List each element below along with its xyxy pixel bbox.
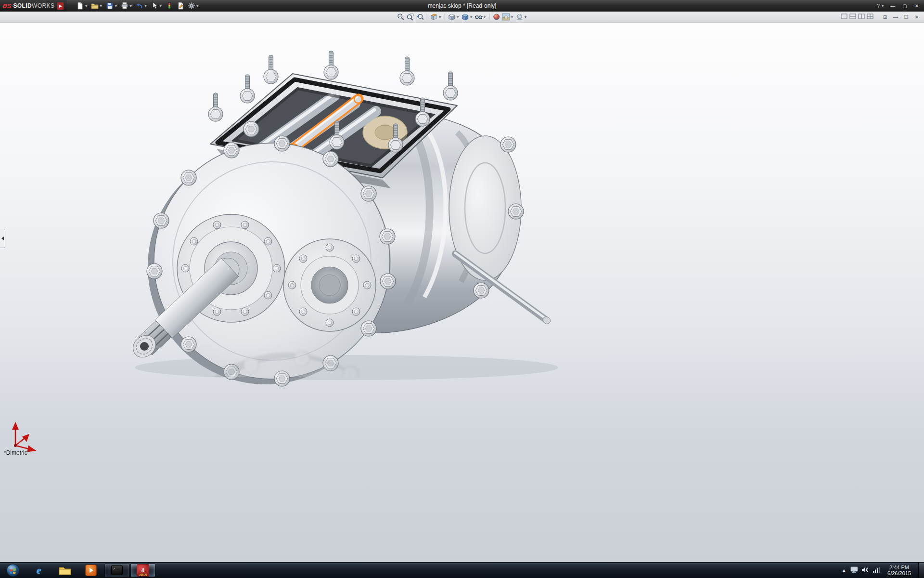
- save-button[interactable]: ▼: [104, 1, 119, 10]
- taskbar-internet-explorer[interactable]: e: [26, 564, 51, 577]
- display-tray-icon[interactable]: [850, 566, 858, 575]
- cover-stud: [400, 57, 414, 85]
- flange-bolt: [380, 229, 395, 244]
- solidworks-year-badge: 2015: [137, 573, 149, 577]
- brand-text-light: WORKS: [32, 2, 54, 9]
- cover-stud: [264, 55, 278, 84]
- undo-icon: [136, 2, 143, 10]
- dropdown-caret-icon: ▼: [144, 4, 147, 8]
- viewport-layout-four-button[interactable]: [867, 13, 873, 21]
- dropdown-caret-icon: ▼: [196, 4, 199, 8]
- hidden-icons-button[interactable]: ▲: [841, 567, 847, 574]
- flange-bolt: [323, 151, 338, 167]
- menu-flyout-arrow-icon[interactable]: ▶: [57, 2, 64, 10]
- display-style-button[interactable]: ▼: [461, 13, 474, 21]
- single-view-icon: [841, 13, 847, 19]
- print-button[interactable]: ▼: [119, 1, 134, 10]
- apply-scene-button[interactable]: ▼: [501, 13, 514, 21]
- dropdown-caret-icon: ▼: [881, 4, 885, 8]
- graphics-area[interactable]: *Dimetric: [0, 23, 924, 562]
- show-desktop-button[interactable]: [918, 563, 924, 578]
- undo-button[interactable]: ▼: [134, 1, 149, 10]
- flange-bolt: [224, 143, 239, 158]
- view-orientation-button[interactable]: ▼: [448, 13, 460, 21]
- minimize-button[interactable]: —: [887, 1, 898, 10]
- previous-view-button[interactable]: [416, 13, 424, 21]
- solidworks-window: ƏS SOLIDWORKS ▶ ▼ ▼ ▼ ▼ ▼: [0, 0, 924, 578]
- zoom-to-area-button[interactable]: [406, 13, 415, 21]
- close-button[interactable]: ✕: [911, 1, 923, 10]
- housing-bolt: [508, 204, 524, 219]
- clock-date: 6/26/2015: [887, 570, 911, 576]
- flange-bolt: [361, 321, 376, 336]
- flange-bolt: [181, 337, 196, 352]
- taskbar-windows-explorer[interactable]: [52, 564, 77, 577]
- view-orientation-label: *Dimetric: [4, 449, 27, 456]
- display-style-icon: [462, 13, 469, 21]
- clock-time: 2:44 PM: [887, 565, 911, 570]
- help-button[interactable]: ?▼: [875, 1, 886, 10]
- output-bearing-boss: [283, 239, 376, 331]
- taskbar-solidworks[interactable]: ∂ 2015: [130, 564, 155, 577]
- start-button[interactable]: [0, 563, 26, 578]
- dropdown-caret-icon: ▼: [99, 4, 103, 8]
- flange-bolt: [274, 136, 290, 151]
- new-document-button[interactable]: ▼: [75, 1, 89, 10]
- dropdown-caret-icon: ▼: [114, 4, 117, 8]
- volume-tray-icon[interactable]: [861, 566, 869, 575]
- network-tray-icon[interactable]: [873, 566, 880, 575]
- toolbar-separator: [489, 13, 489, 20]
- zoom-to-fit-icon: [397, 13, 405, 21]
- dropdown-caret-icon: ▼: [510, 15, 513, 19]
- options-button[interactable]: ▼: [186, 1, 201, 10]
- maximize-button[interactable]: ▢: [899, 1, 911, 10]
- new-document-icon: [76, 2, 84, 10]
- document-restore-button[interactable]: ❐: [901, 13, 911, 21]
- viewport-layout-single-button[interactable]: [841, 13, 847, 21]
- four-view-icon: [867, 13, 873, 19]
- edit-appearance-button[interactable]: [492, 13, 500, 21]
- flange-bolt: [361, 186, 376, 201]
- system-tray: ▲ 2:44 PM 6/26/2015: [841, 563, 924, 578]
- model-canvas: [0, 23, 924, 562]
- select-button[interactable]: ▼: [149, 1, 164, 10]
- document-minimize-button[interactable]: —: [891, 13, 900, 21]
- section-view-button[interactable]: ▼: [430, 13, 442, 21]
- dropdown-caret-icon: ▼: [129, 4, 132, 8]
- appearance-sphere-icon: [492, 13, 500, 21]
- toolbar-separator: [427, 13, 427, 20]
- zoom-to-fit-button[interactable]: [397, 13, 405, 21]
- solidworks-app-icon: ∂ 2015: [137, 564, 149, 577]
- windows-orb-icon: [6, 564, 20, 577]
- apply-scene-icon: [502, 13, 510, 21]
- view-settings-icon: [515, 13, 523, 21]
- dassault-mark-icon: ƏS: [2, 2, 11, 10]
- heads-up-row: ▼ ▼ ▼ ▼ ▼: [0, 12, 924, 23]
- viewport-layout-two-horizontal-button[interactable]: [849, 13, 856, 21]
- brand-text-bold: SOLID: [13, 2, 32, 9]
- open-folder-icon: [91, 2, 99, 10]
- file-properties-icon: [177, 2, 184, 10]
- title-bar: ƏS SOLIDWORKS ▶ ▼ ▼ ▼ ▼ ▼: [0, 0, 924, 12]
- heads-up-view-toolbar: ▼ ▼ ▼ ▼ ▼: [397, 13, 528, 21]
- gearbox-model[interactable]: [128, 51, 552, 386]
- viewport-layout-two-vertical-button[interactable]: [858, 13, 865, 21]
- document-close-button[interactable]: ✕: [912, 13, 922, 21]
- rebuild-button[interactable]: [164, 1, 175, 10]
- solidworks-logo[interactable]: ƏS SOLIDWORKS ▶: [0, 0, 67, 12]
- dropdown-caret-icon: ▼: [159, 4, 162, 8]
- document-tile-button[interactable]: ⊞: [880, 13, 890, 21]
- taskbar-media-player[interactable]: [78, 564, 103, 577]
- taskbar-clock[interactable]: 2:44 PM 6/26/2015: [884, 565, 915, 576]
- open-button[interactable]: ▼: [90, 1, 104, 10]
- taskbar-command-prompt[interactable]: >_: [104, 564, 129, 577]
- rebuild-traffic-light-icon: [166, 2, 173, 10]
- view-settings-button[interactable]: ▼: [515, 13, 527, 21]
- help-icon: ?: [877, 3, 880, 9]
- featuremanager-collapsed-tab[interactable]: [0, 229, 5, 248]
- two-view-vertical-icon: [858, 13, 865, 19]
- cover-stud: [240, 75, 255, 103]
- hide-show-items-button[interactable]: ▼: [475, 13, 487, 21]
- file-properties-button[interactable]: [175, 1, 186, 10]
- housing-bolt: [474, 283, 489, 298]
